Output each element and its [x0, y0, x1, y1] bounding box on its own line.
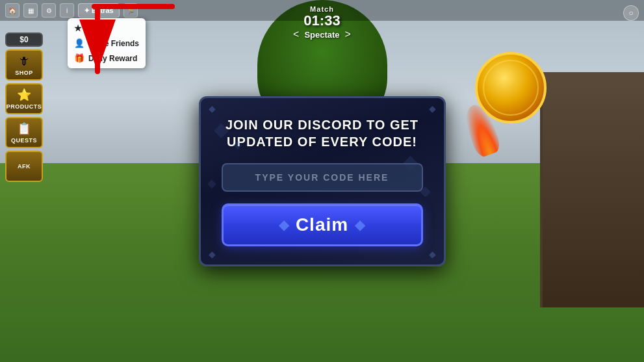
modal-title-line2: UPDATED OF EVERY CODE!	[227, 135, 417, 149]
codes-icon: ★	[74, 23, 82, 33]
code-modal: ◆ ◆ ◆ ◆ ◆ ◆ ◆ ◆ ◆ JOIN OUR DISCORD TO GE…	[199, 96, 446, 266]
code-input[interactable]	[222, 163, 423, 192]
daily-icon: 🎁	[74, 53, 84, 63]
claim-diamond-right: ◆	[355, 217, 365, 233]
dropdown-daily[interactable]: 🎁 Daily Reward	[68, 51, 146, 66]
extras-dropdown: ★ Codes 👤 Invite Friends 🎁 Daily Reward	[68, 18, 146, 68]
dropdown-invite[interactable]: 👤 Invite Friends	[68, 36, 146, 51]
codes-label: Codes	[86, 24, 110, 33]
modal-title: JOIN OUR DISCORD TO GET UPDATED OF EVERY…	[222, 116, 423, 150]
dropdown-codes[interactable]: ★ Codes	[68, 21, 146, 36]
claim-diamond-left: ◆	[279, 217, 289, 233]
invite-label: Invite Friends	[88, 39, 139, 48]
claim-label: Claim	[296, 214, 348, 235]
daily-label: Daily Reward	[88, 54, 137, 63]
corner-diamond-bl: ◆	[209, 249, 216, 259]
code-input-wrapper	[222, 163, 423, 192]
invite-icon: 👤	[74, 38, 84, 48]
corner-diamond-tr: ◆	[429, 103, 436, 114]
modal-title-line1: JOIN OUR DISCORD TO GET	[225, 118, 419, 132]
claim-button[interactable]: ◆ Claim ◆	[222, 203, 423, 246]
bg-diamond-6: ◆	[207, 176, 216, 190]
